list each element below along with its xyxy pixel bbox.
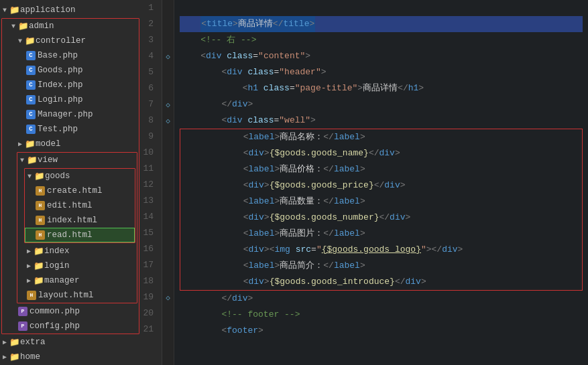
tree-item-layout-html[interactable]: H layout.html bbox=[17, 288, 137, 303]
gutter-18 bbox=[162, 273, 174, 289]
tree-item-home[interactable]: ▶ 📁 home bbox=[0, 350, 141, 364]
tree-item-model[interactable]: ▶ 📁 model bbox=[2, 137, 139, 151]
tree-item-login-php[interactable]: C Login.php bbox=[2, 92, 139, 107]
file-html-icon: H bbox=[36, 216, 45, 225]
tree-item-config-php[interactable]: P config.php bbox=[2, 319, 139, 334]
arrow-icon: ▶ bbox=[27, 262, 34, 270]
tree-item-application[interactable]: ▼ 📁 application bbox=[0, 3, 141, 17]
code-editor: 1 2 3 4 5 6 7 8 9 10 11 12 13 14 15 16 1… bbox=[141, 0, 588, 365]
tree-label: home bbox=[20, 352, 40, 362]
arrow-icon: ▶ bbox=[3, 353, 9, 361]
line-num-5: 5 bbox=[141, 64, 158, 80]
tree-label: Index.php bbox=[38, 80, 83, 90]
line-num-15: 15 bbox=[141, 225, 158, 241]
gutter-3 bbox=[162, 32, 174, 48]
tree-label: model bbox=[36, 139, 61, 149]
arrow-icon: ▶ bbox=[18, 140, 25, 148]
tree-item-goods-folder[interactable]: ▼ 📁 goods bbox=[25, 169, 135, 184]
tree-label: goods bbox=[45, 171, 70, 181]
file-c-icon: C bbox=[26, 95, 36, 104]
gutter-4[interactable]: ◇ bbox=[162, 48, 174, 64]
gutter-19[interactable]: ◇ bbox=[162, 289, 174, 305]
tree-item-controller[interactable]: ▼ 📁 controller bbox=[2, 33, 139, 48]
tree-item-read-html[interactable]: H read.html bbox=[25, 228, 135, 242]
tree-label: controller bbox=[36, 36, 86, 46]
line-num-16: 16 bbox=[141, 241, 158, 257]
code-line-8: <div class="well"> bbox=[180, 113, 583, 129]
tree-label: Goods.php bbox=[38, 66, 83, 75]
file-html-icon: H bbox=[27, 291, 36, 300]
code-line-12: <div>{$goods.goods_price}</div> bbox=[180, 177, 582, 194]
folder-icon: 📁 bbox=[25, 35, 36, 46]
tree-item-edit-html[interactable]: H edit.html bbox=[25, 198, 135, 213]
tree-label: Login.php bbox=[38, 95, 83, 104]
arrow-icon: ▼ bbox=[20, 157, 27, 164]
gutter-10 bbox=[162, 145, 174, 161]
tree-item-login-folder[interactable]: ▶ 📁 login bbox=[17, 259, 137, 273]
tree-item-index-html[interactable]: H index.html bbox=[25, 213, 135, 228]
tree-item-goods-php[interactable]: C Goods.php bbox=[2, 63, 139, 78]
tree-item-common-php[interactable]: P common.php bbox=[2, 304, 139, 319]
file-c-icon: C bbox=[26, 80, 36, 90]
gutter-9 bbox=[162, 129, 174, 145]
line-num-13: 13 bbox=[141, 193, 158, 209]
tree-item-admin[interactable]: ▼ 📁 admin bbox=[2, 19, 139, 33]
code-line-21: <footer> bbox=[180, 323, 583, 339]
arrow-icon: ▶ bbox=[27, 277, 34, 285]
tree-label: admin bbox=[29, 21, 54, 31]
code-line-2: <title>商品详情</title> bbox=[180, 16, 583, 32]
tree-label: Test.php bbox=[38, 125, 78, 134]
line-num-1: 1 bbox=[141, 0, 158, 16]
folder-icon: 📁 bbox=[9, 337, 20, 348]
tree-item-index-php[interactable]: C Index.php bbox=[2, 78, 139, 92]
gutter-1 bbox=[162, 0, 174, 16]
line-num-11: 11 bbox=[141, 161, 158, 177]
tree-label: common.php bbox=[30, 307, 80, 316]
gutter-16 bbox=[162, 241, 174, 257]
folder-icon: 📁 bbox=[34, 246, 44, 257]
line-num-21: 21 bbox=[141, 321, 158, 338]
line-num-18: 18 bbox=[141, 273, 158, 289]
gutter-8[interactable]: ◇ bbox=[162, 113, 174, 129]
gutter-20 bbox=[162, 305, 174, 321]
line-num-6: 6 bbox=[141, 80, 158, 96]
tree-item-manager-folder[interactable]: ▶ 📁 manager bbox=[17, 273, 137, 288]
tree-label: extra bbox=[20, 338, 46, 347]
line-num-12: 12 bbox=[141, 177, 158, 193]
arrow-icon: ▼ bbox=[27, 173, 34, 180]
tree-label: create.html bbox=[47, 186, 103, 196]
tree-label: login bbox=[44, 261, 70, 271]
tree-label: layout.html bbox=[38, 291, 94, 300]
gutter-11 bbox=[162, 161, 174, 177]
code-line-10: <div>{$goods.goods_name}</div> bbox=[180, 145, 582, 161]
tree-item-extra[interactable]: ▶ 📁 extra bbox=[0, 335, 141, 350]
gutter-5 bbox=[162, 64, 174, 80]
code-line-20: <!-- footer --> bbox=[180, 307, 583, 323]
gutter-7[interactable]: ◇ bbox=[162, 96, 174, 113]
arrow-icon: ▼ bbox=[3, 7, 9, 14]
tree-item-view[interactable]: ▼ 📁 view bbox=[17, 153, 137, 167]
line-num-3: 3 bbox=[141, 32, 158, 48]
code-line-7: </div> bbox=[180, 96, 583, 113]
folder-icon: 📁 bbox=[9, 5, 20, 15]
folder-icon: 📁 bbox=[27, 155, 38, 165]
tree-label: index bbox=[44, 246, 70, 256]
file-c-icon: C bbox=[26, 110, 36, 119]
gutter-21 bbox=[162, 321, 174, 338]
file-html-icon: H bbox=[36, 201, 45, 210]
folder-icon: 📁 bbox=[34, 261, 44, 271]
code-gutter: ◇ ◇ ◇ ◇ bbox=[162, 0, 174, 365]
gutter-14 bbox=[162, 209, 174, 225]
tree-label: view bbox=[38, 155, 58, 165]
tree-item-create-html[interactable]: H create.html bbox=[25, 184, 135, 198]
gutter-2 bbox=[162, 16, 174, 32]
tree-item-manager-php[interactable]: C Manager.php bbox=[2, 107, 139, 122]
file-php-icon: P bbox=[18, 307, 27, 316]
code-content[interactable]: <title>商品详情</title> <!-- 右 --> <div clas… bbox=[174, 0, 588, 365]
tree-item-base-php[interactable]: C Base.php bbox=[2, 48, 139, 63]
tree-item-index-folder[interactable]: ▶ 📁 index bbox=[17, 244, 137, 259]
line-num-8: 8 bbox=[141, 113, 158, 129]
line-num-19: 19 bbox=[141, 289, 158, 305]
tree-label: config.php bbox=[30, 321, 80, 331]
tree-item-test-php[interactable]: C Test.php bbox=[2, 122, 139, 137]
